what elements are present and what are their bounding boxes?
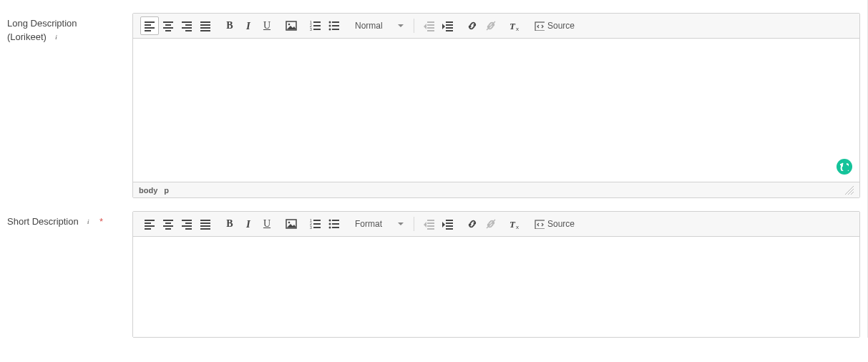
chevron-down-icon: [398, 24, 404, 27]
format-value: Normal: [355, 21, 383, 31]
editor-content-area[interactable]: [133, 237, 859, 337]
outdent-button[interactable]: [420, 16, 439, 35]
underline-icon: U: [263, 20, 270, 31]
italic-button[interactable]: I: [239, 215, 258, 233]
editor-status-bar: body p: [133, 182, 859, 197]
source-label: Source: [547, 21, 575, 31]
align-left-button[interactable]: [140, 16, 159, 35]
format-value: Format: [355, 219, 382, 229]
link-button[interactable]: [463, 215, 482, 233]
long-description-editor: B I U Normal: [132, 13, 860, 198]
editor-toolbar: B I U Normal: [133, 14, 859, 39]
long-description-row: Long Description (Lorikeet) i B I U: [7, 13, 860, 198]
numbered-list-button[interactable]: [306, 215, 325, 233]
indent-button[interactable]: [439, 215, 457, 233]
label-text-line1: Long Description: [7, 18, 77, 29]
remove-format-button[interactable]: [506, 16, 525, 35]
format-dropdown[interactable]: Format: [349, 215, 408, 233]
toolbar-separator: [414, 19, 414, 33]
indent-button[interactable]: [439, 16, 457, 35]
editor-toolbar: B I U Format: [133, 212, 859, 237]
align-left-button[interactable]: [140, 215, 159, 233]
short-description-row: Short Description i * B I U: [7, 211, 860, 338]
grammarly-icon: [840, 162, 849, 171]
source-label: Source: [547, 219, 575, 229]
underline-button[interactable]: U: [258, 16, 276, 35]
label-text-line2: (Lorikeet): [7, 31, 47, 42]
format-dropdown[interactable]: Normal: [349, 17, 408, 34]
italic-icon: I: [246, 20, 250, 32]
required-indicator: *: [99, 216, 103, 227]
unlink-button[interactable]: [482, 16, 500, 35]
chevron-down-icon: [398, 222, 404, 225]
numbered-list-button[interactable]: [306, 16, 325, 35]
source-button[interactable]: Source: [530, 215, 579, 233]
unlink-button[interactable]: [482, 215, 500, 233]
remove-format-button[interactable]: [506, 215, 525, 233]
align-justify-button[interactable]: [196, 215, 215, 233]
source-icon: [535, 21, 545, 31]
source-icon: [535, 219, 545, 229]
italic-button[interactable]: I: [239, 16, 258, 35]
path-body[interactable]: body: [139, 186, 157, 195]
image-button[interactable]: [282, 215, 301, 233]
bold-button[interactable]: B: [220, 215, 239, 233]
bullet-list-button[interactable]: [325, 215, 343, 233]
long-description-label: Long Description (Lorikeet) i: [7, 13, 132, 44]
bold-icon: B: [226, 218, 233, 230]
source-button[interactable]: Source: [530, 16, 579, 35]
underline-icon: U: [263, 218, 270, 230]
label-text: Short Description: [7, 216, 79, 227]
element-path: body p: [139, 186, 173, 195]
align-justify-button[interactable]: [196, 16, 215, 35]
info-icon[interactable]: i: [52, 33, 61, 41]
grammarly-badge[interactable]: [837, 159, 852, 175]
outdent-button[interactable]: [420, 215, 439, 233]
toolbar-separator: [414, 217, 414, 231]
short-description-label: Short Description i *: [7, 211, 132, 229]
image-button[interactable]: [282, 16, 301, 35]
link-button[interactable]: [463, 16, 482, 35]
align-right-button[interactable]: [177, 215, 196, 233]
bold-icon: B: [226, 20, 233, 31]
align-right-button[interactable]: [177, 16, 196, 35]
editor-content-area[interactable]: [133, 39, 859, 182]
bullet-list-button[interactable]: [325, 16, 343, 35]
align-center-button[interactable]: [159, 16, 177, 35]
italic-icon: I: [246, 218, 250, 230]
align-center-button[interactable]: [159, 215, 177, 233]
info-icon[interactable]: i: [84, 218, 92, 227]
short-description-editor: B I U Format: [132, 211, 860, 338]
resize-handle[interactable]: [845, 186, 854, 195]
path-p[interactable]: p: [164, 186, 169, 195]
underline-button[interactable]: U: [258, 215, 276, 233]
bold-button[interactable]: B: [220, 16, 239, 35]
